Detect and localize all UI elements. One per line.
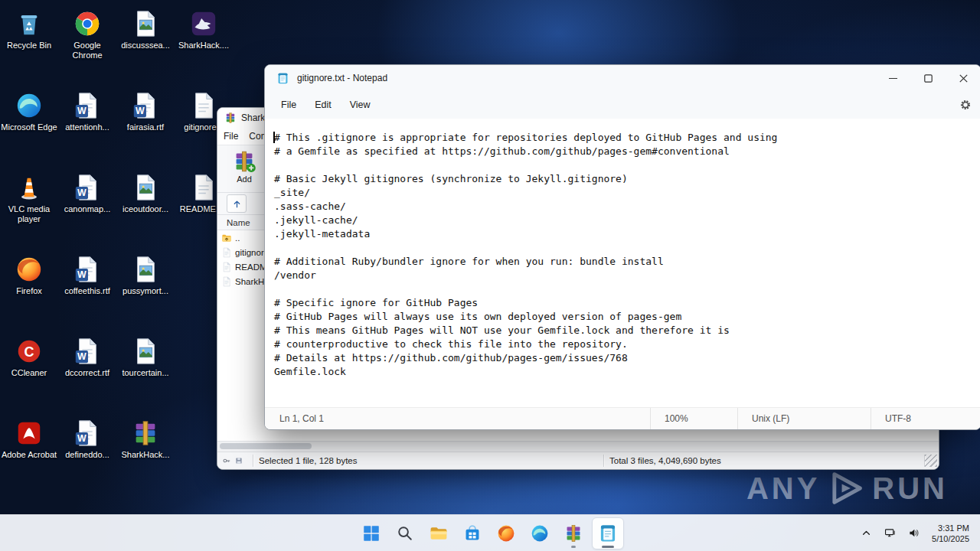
notepad-status-bar: Ln 1, Col 1 100% Unix (LF) UTF-8 <box>265 407 980 429</box>
winrar-horizontal-scrollbar[interactable] <box>217 441 939 452</box>
desktop-icon-label: SharkHack.... <box>178 41 229 51</box>
screen: ANY RUN Recycle Bin Microsoft Edge VLC m… <box>0 0 980 551</box>
close-button[interactable] <box>946 65 980 91</box>
clock-date: 5/10/2025 <box>932 533 969 544</box>
desktop-icon-label: dccorrect.rtf <box>65 368 109 378</box>
zoom-level: 100% <box>650 408 737 429</box>
word-document-icon <box>73 419 102 448</box>
text-file-icon <box>221 247 232 258</box>
desktop-icon-tourcertain[interactable]: tourcertain... <box>116 337 175 419</box>
desktop-icon-recycle-bin[interactable]: Recycle Bin <box>0 9 58 91</box>
winrar-menu-file[interactable]: File <box>224 131 238 142</box>
search-button[interactable] <box>390 518 420 549</box>
notepad-taskbar-button[interactable] <box>592 517 624 549</box>
notepad-menu-bar: File Edit View <box>265 91 980 119</box>
menu-view[interactable]: View <box>341 96 380 114</box>
folder-up-icon <box>221 233 232 243</box>
minimize-button[interactable] <box>875 65 910 91</box>
desktop-icon-sharkhack-app[interactable]: SharkHack.... <box>175 9 233 91</box>
firefox-taskbar-button[interactable] <box>491 518 521 549</box>
menu-edit[interactable]: Edit <box>305 96 341 114</box>
active-indicator <box>602 546 614 548</box>
desktop-icon-label: fairasia.rtf <box>127 122 164 132</box>
word-document-icon <box>73 337 102 366</box>
winrar-taskbar-button[interactable] <box>558 518 589 549</box>
text-file-icon <box>221 262 232 272</box>
resize-grip[interactable] <box>925 455 937 467</box>
desktop-icon-ccleaner[interactable]: CCleaner <box>0 337 58 419</box>
image-file-icon <box>131 337 160 366</box>
notepad-window: gitignore.txt - Notepad File Edit View #… <box>264 64 980 430</box>
taskbar-clock[interactable]: 3:31 PM 5/10/2025 <box>932 523 969 544</box>
desktop-icon-canonmap[interactable]: canonmap... <box>58 173 116 255</box>
notepad-icon <box>598 523 618 543</box>
desktop-icon-vlc[interactable]: VLC media player <box>0 173 58 255</box>
desktop-icon-google-chrome[interactable]: Google Chrome <box>58 9 116 91</box>
start-button[interactable] <box>356 518 387 549</box>
text-file-icon <box>189 173 218 202</box>
tray-network-icon[interactable] <box>881 525 898 542</box>
file-explorer-button[interactable] <box>423 518 454 549</box>
winrar-add-button[interactable]: Add <box>224 148 265 184</box>
firefox-icon <box>15 255 44 284</box>
search-icon <box>395 523 415 543</box>
desktop-icon-iceoutdoor[interactable]: iceoutdoor... <box>116 173 175 255</box>
taskbar-center-icons <box>356 515 624 551</box>
winrar-status-selected: Selected 1 file, 128 bytes <box>253 455 604 467</box>
desktop-icon-attentionh[interactable]: attentionh... <box>58 91 116 173</box>
winrar-status-bar: Selected 1 file, 128 bytes Total 3 files… <box>217 452 939 469</box>
vlc-icon <box>15 173 44 202</box>
desktop-icon-microsoft-edge[interactable]: Microsoft Edge <box>0 91 58 173</box>
desktop-icon-label: Recycle Bin <box>7 41 51 51</box>
desktop-icon-label: tourcertain... <box>122 368 168 378</box>
desktop-icon-grid: Recycle Bin Microsoft Edge VLC media pla… <box>0 9 233 500</box>
desktop-icon-label: coffeethis.rtf <box>64 286 110 296</box>
desktop-icon-adobe-acrobat[interactable]: Adobe Acrobat <box>0 419 58 500</box>
sharkhack-app-icon <box>189 9 218 38</box>
desktop-icon-label: defineddo... <box>65 450 109 460</box>
maximize-button[interactable] <box>910 65 946 91</box>
notepad-title-bar[interactable]: gitignore.txt - Notepad <box>265 65 980 91</box>
clock-time: 3:31 PM <box>932 523 969 533</box>
desktop-icon-label: Adobe Acrobat <box>2 450 57 460</box>
image-file-icon <box>131 255 160 284</box>
notepad-editor[interactable]: # This .gitignore is appropriate for rep… <box>265 119 980 407</box>
desktop-icon-pussymort[interactable]: pussymort... <box>116 255 175 337</box>
chrome-icon <box>73 9 102 38</box>
desktop-icon-coffeethis[interactable]: coffeethis.rtf <box>58 255 116 337</box>
edge-taskbar-button[interactable] <box>524 518 555 549</box>
microsoft-store-button[interactable] <box>457 518 488 549</box>
acrobat-icon <box>15 419 44 448</box>
desktop-icon-label: Microsoft Edge <box>1 122 57 132</box>
tray-volume-icon[interactable] <box>905 525 922 542</box>
desktop-icon-dccorrect[interactable]: dccorrect.rtf <box>58 337 116 419</box>
winrar-up-button[interactable] <box>227 194 247 213</box>
winrar-icon <box>564 523 583 543</box>
scrollbar-thumb[interactable] <box>220 443 312 449</box>
key-icon <box>222 456 231 465</box>
desktop-icon-label: discusssea... <box>121 41 170 51</box>
recycle-bin-icon <box>15 9 44 38</box>
tray-chevron-up-icon[interactable] <box>858 525 874 542</box>
list-item-name: .. <box>235 233 240 243</box>
settings-gear-icon[interactable] <box>958 97 973 112</box>
desktop-icon-label: attentionh... <box>65 122 109 132</box>
word-document-icon <box>73 255 102 284</box>
anyrun-watermark-text-left: ANY <box>746 471 820 506</box>
desktop-icon-label: Google Chrome <box>59 41 116 60</box>
menu-file[interactable]: File <box>272 96 305 114</box>
text-caret <box>273 132 275 143</box>
desktop-icon-defineddo[interactable]: defineddo... <box>58 419 116 500</box>
desktop-icon-firefox[interactable]: Firefox <box>0 255 58 337</box>
desktop-icon-sharkhack-archive[interactable]: SharkHack... <box>116 419 175 500</box>
desktop-icon-label: CCleaner <box>11 368 47 378</box>
minimize-icon <box>889 74 897 83</box>
firefox-icon <box>496 523 516 543</box>
winrar-archive-icon <box>131 419 160 448</box>
file-explorer-icon <box>429 523 449 543</box>
image-file-icon <box>131 173 160 202</box>
desktop-icon-fairasia[interactable]: fairasia.rtf <box>116 91 175 173</box>
disk-icon <box>234 456 243 465</box>
desktop-icon-discusssea[interactable]: discusssea... <box>116 9 175 91</box>
word-document-icon <box>131 91 160 120</box>
